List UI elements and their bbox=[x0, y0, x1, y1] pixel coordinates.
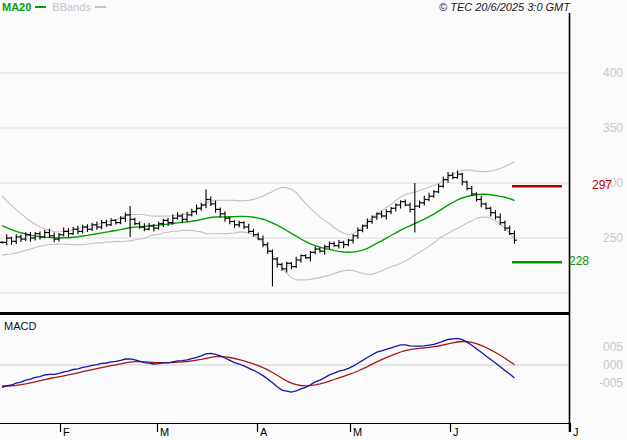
macd-axis-label: 005 bbox=[595, 340, 623, 354]
resistance-level-label: 297 bbox=[592, 178, 612, 192]
stock-chart-page: MA20 BBands © TEC 20/6/2025 3:0 GMT MACD… bbox=[0, 0, 627, 440]
month-axis-label: J bbox=[573, 426, 579, 438]
macd-axis-label: 000 bbox=[595, 358, 623, 372]
price-and-macd-chart bbox=[0, 0, 627, 440]
macd-panel-label: MACD bbox=[4, 320, 36, 332]
price-axis-label: 250 bbox=[595, 231, 623, 245]
month-axis-label: M bbox=[353, 426, 362, 438]
month-axis-label: F bbox=[63, 426, 70, 438]
macd-axis-label: -005 bbox=[595, 376, 623, 390]
month-axis-label: J bbox=[453, 426, 459, 438]
price-axis-label: 350 bbox=[595, 121, 623, 135]
month-axis-label: M bbox=[160, 426, 169, 438]
support-level-label: 228 bbox=[569, 254, 589, 268]
month-axis-label: A bbox=[260, 426, 267, 438]
price-axis-label: 400 bbox=[595, 66, 623, 80]
copyright-text: © TEC 20/6/2025 3:0 GMT bbox=[0, 1, 570, 13]
